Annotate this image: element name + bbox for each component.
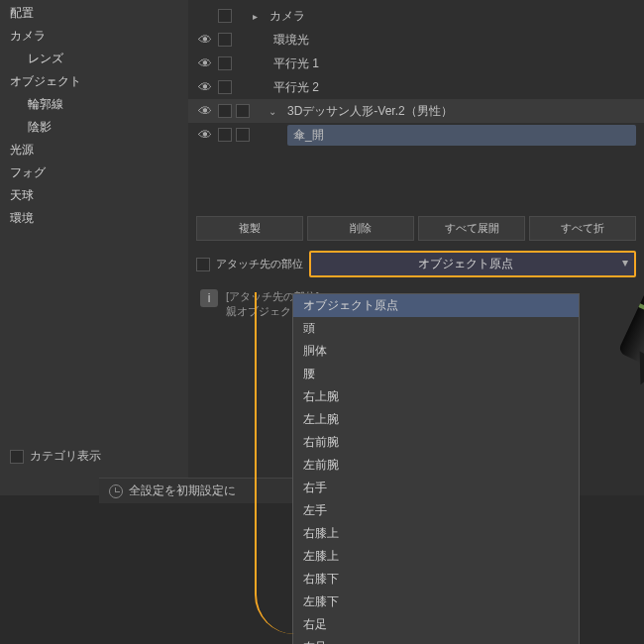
dropdown-option[interactable]: 胴体 [293,340,579,363]
side-item-fog[interactable]: フォグ [0,161,188,184]
dropdown-menu: オブジェクト原点 頭 胴体 腰 右上腕 左上腕 右前腕 左前腕 右手 左手 右膝… [292,293,580,644]
layer-checkbox[interactable] [236,128,250,142]
layer-row[interactable]: 👁 平行光 2 [188,75,644,99]
side-item-camera[interactable]: カメラ [0,25,188,48]
layer-checkbox[interactable] [218,33,232,47]
dropdown-option[interactable]: オブジェクト原点 [293,294,579,317]
side-item-env[interactable]: 環境 [0,207,188,230]
expand-arrow-icon[interactable]: ▸ [248,11,262,22]
layer-label: 環境光 [269,32,636,49]
button-row: 複製 削除 すべて展開 すべて折 [188,210,644,247]
dropdown-option[interactable]: 右前腕 [293,431,579,454]
dropdown-option[interactable]: 右上腕 [293,385,579,408]
category-checkbox[interactable] [10,450,24,464]
side-item-shadow[interactable]: 陰影 [0,116,188,139]
delete-button[interactable]: 削除 [307,216,414,241]
dropdown-option[interactable]: 左膝上 [293,545,579,568]
layer-label: 平行光 1 [269,55,636,72]
dropdown-option[interactable]: 左手 [293,499,579,522]
side-item-sky[interactable]: 天球 [0,184,188,207]
dropdown-option[interactable]: 左前腕 [293,454,579,477]
category-show-row: カテゴリ表示 [10,448,101,465]
layer-list: ▸ カメラ 👁 環境光 👁 平行光 1 👁 平行光 2 [188,0,644,151]
dropdown-option[interactable]: 右手 [293,477,579,499]
layer-label: カメラ [266,8,636,25]
layer-checkbox[interactable] [218,128,232,142]
attach-row: アタッチ先の部位 オブジェクト原点 [188,247,644,281]
reset-label: 全設定を初期設定に [129,483,236,499]
category-label: カテゴリ表示 [30,448,101,465]
reset-icon [109,484,123,498]
visibility-icon[interactable]: 👁 [196,103,214,119]
info-icon: i [200,289,218,307]
expand-arrow-icon[interactable]: ⌄ [266,106,279,117]
layer-label: 3Dデッサン人形-Ver.2（男性） [283,103,636,120]
layer-checkbox[interactable] [218,9,232,23]
layer-row[interactable]: 👁 傘_開 [188,123,644,147]
side-panel: 配置 カメラ レンズ オブジェクト 輪郭線 陰影 光源 フォグ 天球 環境 [0,0,188,495]
visibility-icon[interactable]: 👁 [196,32,214,48]
dropdown-option[interactable]: 腰 [293,363,579,385]
layer-row[interactable]: 👁 平行光 1 [188,52,644,75]
layer-checkbox[interactable] [218,56,232,70]
side-item-lens[interactable]: レンズ [0,48,188,70]
side-item-object[interactable]: オブジェクト [0,70,188,93]
attach-checkbox[interactable] [196,258,210,271]
layer-row[interactable]: ▸ カメラ [188,4,644,28]
layer-checkbox[interactable] [218,104,232,118]
attach-dropdown[interactable]: オブジェクト原点 [309,251,636,277]
attach-label: アタッチ先の部位 [216,257,303,271]
side-item-haichi[interactable]: 配置 [0,2,188,25]
dropdown-option[interactable]: 右足 [293,613,579,636]
dropdown-option[interactable]: 頭 [293,317,579,340]
layer-row[interactable]: 👁 環境光 [188,28,644,52]
duplicate-button[interactable]: 複製 [196,216,303,241]
visibility-icon[interactable]: 👁 [196,127,214,143]
layer-checkbox[interactable] [236,104,250,118]
side-item-outline[interactable]: 輪郭線 [0,93,188,116]
expand-all-button[interactable]: すべて展開 [418,216,525,241]
dropdown-option[interactable]: 右膝上 [293,522,579,545]
side-item-light[interactable]: 光源 [0,139,188,161]
layer-row[interactable]: 👁 ⌄ 3Dデッサン人形-Ver.2（男性） [188,99,644,123]
dropdown-option[interactable]: 左膝下 [293,590,579,613]
dropdown-option[interactable]: 左上腕 [293,408,579,431]
layer-checkbox[interactable] [218,80,232,94]
layer-label: 傘_開 [287,125,636,146]
visibility-icon[interactable]: 👁 [196,79,214,95]
collapse-all-button[interactable]: すべて折 [529,216,636,241]
visibility-icon[interactable]: 👁 [196,55,214,71]
dropdown-option[interactable]: 右膝下 [293,568,579,590]
layer-label: 平行光 2 [269,79,636,96]
dropdown-option[interactable]: 左足 [293,636,579,644]
